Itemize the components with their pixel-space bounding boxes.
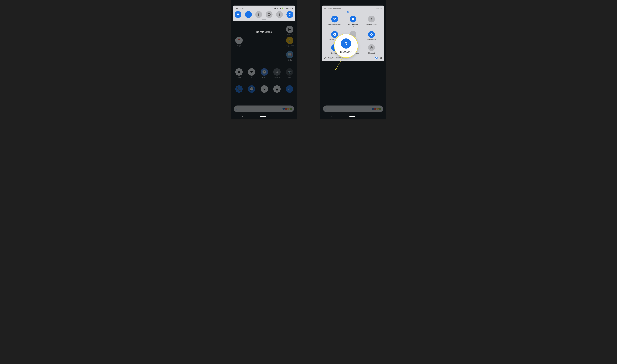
- maps-label: Maps: [237, 45, 241, 47]
- calendar-app-icon: 20: [286, 85, 293, 93]
- keep-icon: 💡: [286, 37, 294, 44]
- photos-label: Photos: [237, 77, 241, 78]
- hotspot-tile[interactable]: [368, 44, 375, 51]
- google-logo-icon: G: [325, 107, 327, 110]
- hotspot-label: Hotspot: [368, 52, 375, 54]
- page-indicator[interactable]: [350, 57, 353, 59]
- quick-settings-collapsed[interactable]: Tue, Oct 20 🔋 2 days, 3 hr: [232, 6, 295, 21]
- signal-status-icon: [374, 8, 375, 10]
- search-bar[interactable]: G 🔵🔴🟡🟢: [234, 105, 294, 112]
- my-apps-label: My apps: [287, 34, 293, 35]
- clock-label: Clock: [262, 77, 266, 78]
- mobile-data-label: Mobile dataLTE: [348, 23, 358, 27]
- photos-icon: ✿: [235, 68, 243, 76]
- messages-app-icon: 💬: [248, 85, 255, 93]
- brightness-thumb-icon[interactable]: [347, 11, 349, 13]
- phone-right: G 🔵🔴🟡🟢 1:35 Phone on vibrate Verizon Fio…: [320, 0, 386, 119]
- date-text: Tue, Oct 20: [235, 7, 244, 9]
- battery-saver-label: Battery Saver: [366, 23, 377, 26]
- panel-drag-handle[interactable]: [262, 19, 266, 20]
- bluetooth-callout-label: Bluetooth: [340, 50, 352, 53]
- camera-label: Camera: [287, 77, 292, 78]
- carrier-text: Verizon: [376, 8, 382, 10]
- wifi-tile[interactable]: [235, 11, 241, 18]
- camera-icon: 📷: [286, 68, 293, 76]
- wifi-label: Fios-09NVE-5G: [328, 23, 341, 26]
- fit-icon: ❤: [248, 68, 255, 76]
- qs-footer: 10 (QP1A.191005.007.A3): [324, 56, 382, 59]
- mobile-data-tile[interactable]: [245, 11, 252, 18]
- mobile-data-tile[interactable]: [350, 16, 356, 23]
- kindle-icon: 📖: [286, 51, 294, 58]
- chrome-app-icon: ◉: [273, 85, 281, 93]
- flashlight-tile[interactable]: [276, 11, 283, 18]
- vibrate-icon: [324, 8, 326, 10]
- bluetooth-callout: Bluetooth: [334, 34, 358, 57]
- settings-label: Settings: [274, 77, 280, 78]
- battery-saver-tile[interactable]: [368, 16, 375, 23]
- auto-rotate-label: Auto-rotate: [367, 39, 376, 41]
- phone-left: ▶ My apps 📍 Maps 💡 Keep Notes 📖 Kindle ✿…: [231, 0, 297, 119]
- vibrate-text: Phone on vibrate: [327, 8, 341, 10]
- auto-rotate-tile[interactable]: [286, 11, 293, 18]
- svg-point-4: [335, 69, 336, 70]
- settings-icon: ⚙: [273, 68, 281, 76]
- bluetooth-callout-icon: [341, 39, 351, 49]
- assistant-icon: 🔵🔴🟡🟢: [372, 108, 381, 110]
- vibrate-icon: [274, 7, 276, 9]
- status-icons: 🔋 2 days, 3 hr: [274, 7, 293, 9]
- dnd-tile[interactable]: [266, 11, 272, 18]
- phone-app-icon: 📞: [235, 85, 243, 93]
- brightness-slider[interactable]: [327, 12, 379, 12]
- wifi-status-icon: [277, 7, 279, 9]
- quick-tiles-row: [235, 11, 293, 18]
- auto-rotate-tile[interactable]: [368, 31, 375, 38]
- keep-label: Keep Notes: [286, 45, 294, 47]
- gear-icon[interactable]: [379, 56, 382, 59]
- user-icon[interactable]: [375, 56, 378, 59]
- brightness-fill: [327, 12, 348, 12]
- google-logo-icon: G: [236, 107, 238, 110]
- edit-icon[interactable]: [324, 57, 327, 59]
- clock-icon: 🕐: [261, 68, 268, 76]
- battery-text: 2 days, 3 hr: [284, 7, 293, 9]
- wifi-tile[interactable]: [331, 16, 338, 23]
- gmail-app-icon: M: [261, 85, 268, 93]
- battery-saver-tile[interactable]: [255, 11, 262, 18]
- assistant-icon: 🔵🔴🟡🟢: [282, 108, 292, 110]
- no-notifications-text: No notifications: [231, 31, 297, 33]
- kindle-label: Kindle: [288, 59, 292, 61]
- maps-icon: 📍: [235, 37, 243, 44]
- search-bar[interactable]: G 🔵🔴🟡🟢: [323, 105, 383, 112]
- fit-label: Fit: [251, 77, 253, 78]
- signal-status-icon: [279, 8, 281, 9]
- dnd-tile[interactable]: [331, 31, 338, 38]
